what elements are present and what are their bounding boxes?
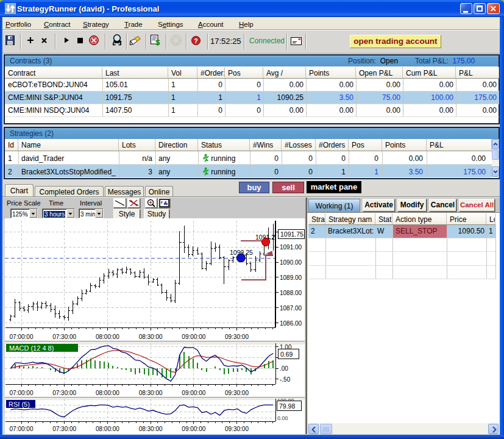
- svg-text:08:30:00: 08:30:00: [139, 334, 163, 340]
- svg-text:09:00:00: 09:00:00: [182, 390, 205, 396]
- svg-text:09:30:00: 09:30:00: [225, 426, 249, 432]
- svg-text:09:30:00: 09:30:00: [225, 334, 249, 340]
- svg-text:MACD (12 4 8): MACD (12 4 8): [9, 344, 54, 352]
- svg-text:1089.00: 1089.00: [280, 274, 302, 281]
- svg-text:1091.00: 1091.00: [280, 244, 302, 251]
- svg-text:RSI (5): RSI (5): [9, 401, 30, 408]
- svg-text:0.69: 0.69: [280, 351, 293, 358]
- svg-text:09:00:00: 09:00:00: [182, 426, 205, 432]
- svg-text:0.00: 0.00: [277, 415, 288, 421]
- svg-text:-.50: -.50: [280, 376, 291, 383]
- svg-text:08:30:00: 08:30:00: [139, 426, 163, 432]
- svg-text:09:00:00: 09:00:00: [182, 334, 205, 340]
- svg-text:08:30:00: 08:30:00: [139, 390, 163, 396]
- svg-text:.00: .00: [280, 365, 288, 372]
- svg-text:07:30:00: 07:30:00: [52, 334, 76, 340]
- svg-text:1090.00: 1090.00: [280, 259, 302, 266]
- svg-text:07:00:00: 07:00:00: [10, 334, 34, 340]
- svg-text:09:30:00: 09:30:00: [225, 390, 249, 396]
- svg-text:08:00:00: 08:00:00: [96, 334, 119, 340]
- svg-text:79.98: 79.98: [279, 402, 295, 410]
- svg-text:07:30:00: 07:30:00: [52, 390, 76, 396]
- svg-text:?: ?: [194, 37, 197, 45]
- svg-text:1091.75: 1091.75: [280, 230, 303, 238]
- svg-text:$: $: [155, 38, 160, 46]
- svg-text:1088.00: 1088.00: [280, 290, 302, 296]
- svg-text:08:00:00: 08:00:00: [96, 426, 119, 432]
- svg-text:07:00:00: 07:00:00: [10, 390, 34, 396]
- svg-text:1087.00: 1087.00: [280, 305, 302, 312]
- svg-text:07:00:00: 07:00:00: [10, 426, 34, 432]
- svg-text:07:30:00: 07:30:00: [52, 426, 76, 432]
- svg-text:08:00:00: 08:00:00: [96, 390, 119, 396]
- svg-text:1086.00: 1086.00: [280, 320, 302, 327]
